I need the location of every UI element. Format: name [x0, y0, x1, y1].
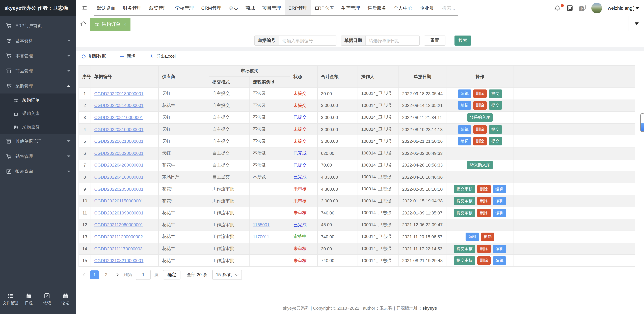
- nav-item-2[interactable]: 财务管理: [119, 0, 145, 16]
- order-no-link[interactable]: CGDD202208110000001: [94, 115, 143, 120]
- sidebar-toggle-icon[interactable]: [82, 5, 88, 11]
- nav-item-11[interactable]: 生产管理: [338, 0, 364, 16]
- sidebar-item-8[interactable]: 报表查询: [0, 164, 76, 179]
- order-no-link[interactable]: CGDD202208140000001: [94, 103, 144, 108]
- action-button-teal[interactable]: 转采购入库: [467, 113, 493, 122]
- order-no-link[interactable]: CGDD202208100000001: [94, 127, 144, 132]
- language-switch-icon[interactable]: 中: [579, 5, 586, 11]
- order-no-link[interactable]: CGDD202209180000001: [94, 91, 144, 96]
- action-button-red[interactable]: 删除: [477, 256, 491, 265]
- sidebar-shortcut-2[interactable]: 日程: [20, 293, 38, 306]
- page-number-1[interactable]: 1: [90, 270, 99, 279]
- sidebar-shortcut-3[interactable]: 笔记: [38, 293, 56, 306]
- next-page-button[interactable]: [114, 271, 120, 278]
- sidebar-item-1[interactable]: ERP门户首页: [0, 18, 76, 33]
- home-icon[interactable]: [80, 20, 86, 27]
- action-button-teal[interactable]: 提交审核: [454, 197, 475, 205]
- action-button-blue[interactable]: 编辑: [493, 245, 506, 253]
- action-button-blue[interactable]: 编辑: [458, 101, 471, 110]
- action-button-blue[interactable]: 编辑: [458, 89, 471, 98]
- order-no-link[interactable]: CGDD202201150000001: [94, 198, 143, 203]
- sidebar-item-3[interactable]: 零售管理: [0, 48, 76, 63]
- flow-id-link[interactable]: 1170011: [253, 234, 269, 239]
- action-button-red[interactable]: 删除: [477, 185, 491, 193]
- user-avatar[interactable]: [591, 3, 602, 13]
- page-size-select[interactable]: 15 条/页: [212, 270, 242, 280]
- action-button-red[interactable]: 撤销: [481, 233, 494, 241]
- action-button-red[interactable]: 删除: [473, 89, 487, 98]
- action-button-teal[interactable]: 转采购入库: [467, 161, 493, 169]
- action-button-blue[interactable]: 编辑: [493, 256, 506, 265]
- order-date-input[interactable]: [366, 36, 419, 45]
- order-no-link[interactable]: CGDD202205020000001: [94, 151, 144, 156]
- sidebar-subitem-2[interactable]: 采购入库: [0, 107, 76, 120]
- action-button-red[interactable]: 删除: [473, 101, 487, 110]
- sidebar-item-4[interactable]: 商品管理: [0, 63, 76, 78]
- action-button-red[interactable]: 删除: [477, 197, 491, 205]
- nav-item-5[interactable]: CRM管理: [198, 0, 225, 16]
- toolbar-download-button[interactable]: 导出Excel: [149, 53, 176, 59]
- nav-item-10[interactable]: ERP仓库: [311, 0, 338, 16]
- sidebar-subitem-1[interactable]: 采购订单: [0, 93, 76, 107]
- nav-scrollbar[interactable]: [94, 15, 458, 16]
- footer-link[interactable]: skyeye: [422, 306, 437, 311]
- action-button-blue[interactable]: 编辑: [493, 197, 506, 205]
- order-no-link[interactable]: CGDD202202050000001: [94, 187, 144, 192]
- nav-item-9[interactable]: ERP管理: [285, 0, 311, 16]
- toolbar-plus-button[interactable]: 新增: [120, 53, 136, 59]
- notifications-bell-icon[interactable]: [554, 5, 561, 11]
- prev-page-button[interactable]: [80, 271, 87, 278]
- tab-list-button[interactable]: [628, 16, 644, 31]
- order-no-link[interactable]: CGDD202204160000001: [94, 175, 144, 180]
- action-button-red[interactable]: 删除: [473, 137, 487, 145]
- nav-item-14[interactable]: 企业服: [416, 0, 438, 16]
- tab-purchase-orders[interactable]: 采购订单 ×: [90, 18, 130, 31]
- action-button-red[interactable]: 删除: [477, 209, 491, 217]
- order-no-link[interactable]: CGDD202108210000001: [94, 258, 144, 263]
- action-button-teal[interactable]: 提交: [489, 89, 502, 98]
- sidebar-shortcut-4[interactable]: 论坛: [56, 293, 74, 306]
- goto-page-input[interactable]: [136, 270, 150, 280]
- nav-item-4[interactable]: 学校管理: [172, 0, 198, 16]
- sidebar-item-6[interactable]: 其他单据管理: [0, 134, 76, 149]
- action-button-blue[interactable]: 编辑: [493, 185, 506, 193]
- action-button-teal[interactable]: 提交审核: [454, 245, 475, 253]
- user-menu[interactable]: weizhiqiang(: [608, 5, 639, 11]
- action-button-teal[interactable]: 提交审核: [454, 209, 475, 217]
- action-button-teal[interactable]: 提交: [489, 137, 502, 145]
- nav-item-8[interactable]: 项目管理: [258, 0, 285, 16]
- page-scrollbar-thumb[interactable]: [641, 123, 644, 131]
- nav-item-1[interactable]: 默认桌面: [93, 0, 119, 16]
- toolbar-refresh-button[interactable]: 刷新数据: [81, 53, 106, 59]
- action-button-teal[interactable]: 提交: [489, 125, 502, 134]
- sidebar-shortcut-1[interactable]: 文件管理: [1, 293, 20, 306]
- page-number-2[interactable]: 2: [102, 270, 111, 279]
- action-button-blue[interactable]: 编辑: [458, 137, 471, 145]
- action-button-red[interactable]: 删除: [477, 245, 491, 253]
- action-button-blue[interactable]: 编辑: [466, 233, 479, 241]
- action-button-blue[interactable]: 编辑: [458, 125, 471, 134]
- order-no-link[interactable]: CGDD202201090000001: [94, 210, 144, 215]
- action-button-teal[interactable]: 提交审核: [454, 185, 475, 193]
- order-no-link[interactable]: CGDD202112060000001: [94, 222, 143, 227]
- order-no-link[interactable]: CGDD202111200000002: [94, 234, 143, 239]
- order-no-link[interactable]: CGDD202204280000001: [94, 163, 144, 168]
- nav-item-6[interactable]: 会员: [225, 0, 242, 16]
- order-no-link[interactable]: CGDD202206210000001: [94, 139, 144, 144]
- flow-id-link[interactable]: 1165001: [253, 222, 270, 227]
- nav-item-12[interactable]: 售后服务: [364, 0, 390, 16]
- order-no-input[interactable]: [279, 36, 336, 45]
- nav-item-13[interactable]: 个人中心: [390, 0, 416, 16]
- action-button-teal[interactable]: 提交审核: [454, 256, 475, 265]
- sidebar-item-7[interactable]: 销售管理: [0, 149, 76, 164]
- sidebar-item-5[interactable]: 采购管理: [0, 78, 76, 93]
- sidebar-item-2[interactable]: 基本资料: [0, 33, 76, 48]
- tab-close-icon[interactable]: ×: [124, 21, 126, 27]
- action-button-red[interactable]: 删除: [473, 125, 487, 134]
- action-button-blue[interactable]: 编辑: [493, 209, 506, 217]
- page-scrollbar[interactable]: [640, 113, 644, 132]
- nav-item-7[interactable]: 商城: [242, 0, 258, 16]
- action-button-teal[interactable]: 提交: [489, 101, 502, 110]
- goto-confirm-button[interactable]: 确定: [163, 270, 180, 279]
- nav-item-3[interactable]: 薪资管理: [145, 0, 172, 16]
